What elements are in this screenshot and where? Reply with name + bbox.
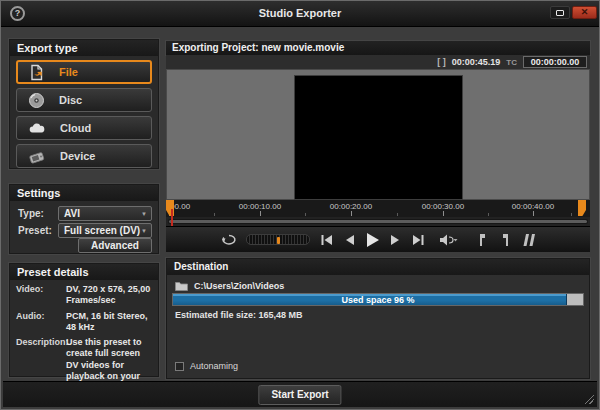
playhead[interactable] [171,209,173,226]
destination-panel: Destination C:\Users\Zion\Videos Used sp… [166,258,590,379]
export-type-disc-button[interactable]: Disc [16,88,152,112]
markers-icon [522,234,535,246]
step-back-button[interactable] [342,231,356,249]
export-type-device-label: Device [60,150,95,162]
start-export-button[interactable]: Start Export [258,385,341,405]
advanced-button[interactable]: Advanced [78,238,152,253]
window-title: Studio Exporter [1,7,599,19]
type-value: AVI [64,208,80,219]
chevron-down-icon: ▼ [141,228,147,234]
file-icon [28,64,45,81]
destination-path-row[interactable]: C:\Users\Zion\Videos [175,281,284,291]
step-forward-button[interactable] [388,231,402,249]
title-bar: ? Studio Exporter ✕ [1,1,599,27]
volume-icon [440,234,458,246]
type-dropdown[interactable]: AVI ▼ [58,206,152,221]
jog-shuttle[interactable] [246,234,310,245]
audio-value: PCM, 16 bit Stereo, 48 kHz [66,311,152,334]
preset-value: Full screen (DV) [64,225,140,236]
autonaming-checkbox[interactable] [175,362,184,371]
ruler-tick-label: 00:00:30.00 [422,202,464,211]
destination-path: C:\Users\Zion\Videos [194,281,284,291]
play-button[interactable] [365,231,379,249]
video-frame [294,75,463,200]
used-space-label: Used space 96 % [173,295,583,305]
device-icon [28,148,46,165]
export-type-cloud-label: Cloud [60,122,91,134]
estimated-file-size: Estimated file size: 165,48 MB [175,310,303,320]
export-type-header: Export type [10,40,158,56]
tc-label: TC [506,58,517,67]
cloud-icon [28,120,46,137]
mark-in-button[interactable] [475,231,489,249]
export-type-disc-label: Disc [59,94,82,106]
autonaming-row[interactable]: Autonaming [175,361,238,371]
export-type-file-button[interactable]: File [16,60,152,84]
audio-label: Audio: [16,311,66,334]
preset-details-panel: Preset details Video: DV, 720 x 576, 25,… [9,263,159,377]
go-to-start-icon [321,235,332,245]
timecode-field[interactable]: 00:00:00.00 [523,56,587,68]
export-type-cloud-button[interactable]: Cloud [16,116,152,140]
type-label: Type: [18,208,58,219]
video-label: Video: [16,284,66,307]
autonaming-label: Autonaming [190,361,238,371]
step-forward-icon [391,235,400,245]
settings-header: Settings [10,185,158,201]
mark-out-icon [502,234,509,246]
used-space-bar: Used space 96 % [172,293,584,306]
preset-details-header: Preset details [10,264,158,280]
volume-button[interactable] [440,231,458,249]
resize-grip[interactable] [584,394,594,404]
play-icon [366,233,379,247]
mark-in-icon [479,234,486,246]
chevron-down-icon: ▼ [141,211,147,217]
ruler-tick-label: 00:00:10.00 [239,202,281,211]
step-back-icon [345,235,354,245]
go-to-end-icon [413,235,424,245]
video-value: DV, 720 x 576, 25,00 Frames/sec [66,284,152,307]
markers-button[interactable] [521,231,535,249]
transport-bar [166,226,590,252]
exporting-project-header: Exporting Project: new movie.movie [166,41,590,55]
trim-handle-end[interactable] [578,200,586,216]
close-button[interactable]: ✕ [572,6,597,19]
minimize-button[interactable] [550,6,570,19]
export-type-file-label: File [59,66,78,78]
ruler-tick-label: 00:00:20.00 [330,202,372,211]
export-type-panel: Export type File Disc Cloud [9,39,159,169]
timecode-strip: [ ] 00:00:45.19 TC 00:00:00.00 [166,55,590,69]
timeline-ruler[interactable]: 00:00:00.00 00:00:10.00 00:00:20.00 00:0… [166,200,590,217]
preset-label: Preset: [18,225,58,236]
range-duration-value: 00:00:45.19 [452,57,501,67]
studio-exporter-window: ? Studio Exporter ✕ Export type File Dis… [0,0,600,410]
settings-panel: Settings Type: AVI ▼ Preset: Full screen… [9,184,159,254]
range-duration-icon: [ ] [437,57,446,67]
jog-center-marker [277,237,280,244]
loop-icon [221,234,237,246]
loop-button[interactable] [221,231,237,249]
disc-icon [28,92,45,109]
destination-header: Destination [167,259,589,275]
mark-out-button[interactable] [498,231,512,249]
footer-bar: Start Export [3,381,597,407]
go-to-end-button[interactable] [411,231,425,249]
scrollbar-track [168,219,588,224]
export-type-device-button[interactable]: Device [16,144,152,168]
go-to-start-button[interactable] [319,231,333,249]
preview-area [166,69,590,200]
preset-dropdown[interactable]: Full screen (DV) ▼ [58,223,152,238]
folder-icon [175,281,188,291]
minimize-icon [556,10,564,16]
scrollbar-thumb[interactable] [169,220,587,223]
timeline-scrollbar[interactable] [166,217,590,226]
ruler-tick-label: 00:00:40.00 [512,202,554,211]
